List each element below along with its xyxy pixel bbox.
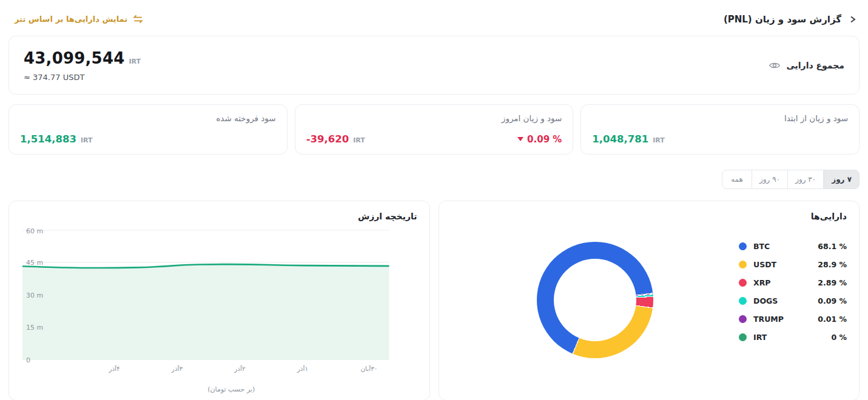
legend-row-xrp: XRP2.89 % <box>739 273 847 292</box>
total-assets-values: 43,099,544 IRT ≈ 374.77 USDT <box>24 49 141 82</box>
history-plot <box>22 230 389 360</box>
triangle-down-icon <box>517 137 523 141</box>
stat-currency: IRT <box>653 136 665 144</box>
chevron-right-icon[interactable] <box>847 15 857 24</box>
stat-value: 1,048,781 <box>592 133 648 145</box>
y-tick: 30 m <box>26 291 43 299</box>
legend-row-trump: TRUMP0.01 % <box>739 310 847 328</box>
tab-30-days[interactable]: ۳۰ روز <box>787 170 824 189</box>
period-tabs: ۷ روز ۳۰ روز ۹۰ روز همه <box>722 170 860 189</box>
y-tick: 0 <box>26 356 30 364</box>
stat-currency: IRT <box>81 136 93 144</box>
usdt-dot-icon <box>739 261 747 268</box>
stat-card-sold-profit: سود فروخته شده 1,514,883IRT <box>8 104 288 155</box>
history-chart-caption: (بر حسب تومان) <box>21 385 417 393</box>
total-assets-card: مجموع دارایی 43,099,544 IRT ≈ 374.77 USD… <box>8 36 860 95</box>
stat-value: 1,514,883 <box>20 133 76 145</box>
stat-value: -39,620 <box>306 133 349 145</box>
charts-row: دارایی‌ها BTC68.1 % USDT28.9 % XRP2.89 %… <box>8 201 860 400</box>
assets-legend: BTC68.1 % USDT28.9 % XRP2.89 % DOGS0.09 … <box>739 237 847 346</box>
stat-cards-row: سود و زیان از ابتدا 1,048,781IRT سود و ز… <box>8 104 860 155</box>
trump-dot-icon <box>739 315 747 323</box>
y-axis: 60 m 45 m 30 m 15 m 0 <box>21 230 45 360</box>
y-tick: 45 m <box>26 258 43 266</box>
show-assets-in-usdt-link[interactable]: نمایش دارایی‌ها بر اساس تتر <box>15 13 144 25</box>
donut-area <box>451 227 739 358</box>
x-tick: ۴آذر <box>109 365 119 372</box>
eye-icon[interactable] <box>769 59 781 72</box>
x-tick: ۳۰آبان <box>360 365 377 372</box>
total-assets-label: مجموع دارایی <box>786 61 844 70</box>
value-history-card: تاریخچه ارزش 60 m 45 m 30 m 15 m 0 ۳۰آبا… <box>8 201 430 400</box>
x-tick: ۱آذر <box>297 365 308 372</box>
swap-icon <box>132 13 144 25</box>
stat-label: سود فروخته شده <box>20 113 276 123</box>
tab-90-days[interactable]: ۹۰ روز <box>752 170 788 189</box>
stat-label: سود و زیان امروز <box>306 113 562 123</box>
total-assets-label-row: مجموع دارایی <box>769 59 844 72</box>
legend-row-usdt: USDT28.9 % <box>739 255 847 273</box>
show-assets-in-usdt-label: نمایش دارایی‌ها بر اساس تتر <box>15 15 127 24</box>
total-assets-approx-usdt: ≈ 374.77 USDT <box>24 73 141 82</box>
stat-label: سود و زیان از ابتدا <box>592 113 848 123</box>
assets-chart-title: دارایی‌ها <box>451 212 847 221</box>
y-tick: 60 m <box>26 227 43 235</box>
back-title-group[interactable]: گزارش سود و زیان (PNL) <box>724 14 857 25</box>
area-chart-svg <box>22 230 389 360</box>
legend-row-dogs: DOGS0.09 % <box>739 292 847 310</box>
topbar: گزارش سود و زیان (PNL) نمایش دارایی‌ها ب… <box>8 0 860 25</box>
assets-donut-chart <box>537 242 653 358</box>
total-assets-value: 43,099,544 <box>24 49 124 67</box>
history-chart-title: تاریخچه ارزش <box>21 212 417 221</box>
history-chart: 60 m 45 m 30 m 15 m 0 <box>21 230 417 360</box>
x-tick: ۳آذر <box>172 365 183 372</box>
dogs-dot-icon <box>739 297 747 305</box>
x-tick: ۲آذر <box>234 365 245 372</box>
stat-card-pnl-from-start: سود و زیان از ابتدا 1,048,781IRT <box>580 104 860 155</box>
stat-card-pnl-today: سود و زیان امروز 0.09 % -39,620IRT <box>295 104 574 155</box>
btc-dot-icon <box>739 242 747 250</box>
stat-currency: IRT <box>353 136 365 144</box>
stat-percent: 0.09 % <box>517 134 562 145</box>
legend-row-btc: BTC68.1 % <box>739 237 847 255</box>
donut-hole <box>554 259 636 341</box>
tab-7-days[interactable]: ۷ روز <box>824 170 860 189</box>
assets-donut-card: دارایی‌ها BTC68.1 % USDT28.9 % XRP2.89 %… <box>439 201 860 400</box>
tab-all[interactable]: همه <box>722 170 752 189</box>
legend-row-irt: IRT0 % <box>739 328 847 346</box>
total-assets-currency: IRT <box>129 58 141 65</box>
xrp-dot-icon <box>739 279 747 287</box>
irt-dot-icon <box>739 333 747 341</box>
pnl-report-page: گزارش سود و زیان (PNL) نمایش دارایی‌ها ب… <box>0 0 868 400</box>
y-tick: 15 m <box>26 324 43 332</box>
page-title: گزارش سود و زیان (PNL) <box>724 14 841 25</box>
x-axis: ۳۰آبان ۱آذر ۲آذر ۳آذر ۴آذر <box>48 365 417 375</box>
